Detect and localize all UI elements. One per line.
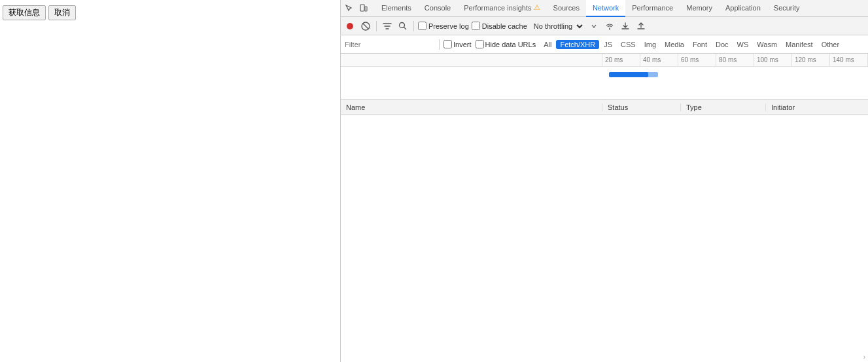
- throttle-arrow-icon[interactable]: [587, 20, 600, 33]
- svg-point-4: [400, 22, 405, 27]
- filter-type-font[interactable]: Font: [689, 40, 711, 49]
- search-button[interactable]: [396, 20, 409, 33]
- table-header: Name Status Type Initiator: [341, 100, 868, 115]
- tab-performance[interactable]: Performance: [625, 0, 680, 17]
- tab-security[interactable]: Security: [767, 0, 807, 17]
- import-har-button[interactable]: [619, 20, 632, 33]
- export-har-button[interactable]: [634, 20, 648, 33]
- invert-label[interactable]: Invert: [443, 40, 472, 48]
- tick-100ms: 100 ms: [754, 54, 792, 66]
- inspect-element-icon[interactable]: [343, 3, 355, 14]
- filter-type-doc[interactable]: Doc: [712, 40, 733, 49]
- filter-type-manifest[interactable]: Manifest: [782, 40, 817, 49]
- tab-application[interactable]: Application: [719, 0, 767, 17]
- col-type-header: Type: [681, 103, 766, 111]
- tick-40ms: 40 ms: [640, 54, 678, 66]
- throttle-select[interactable]: No throttling: [530, 21, 585, 31]
- tab-performance-insights[interactable]: Performance insights ⚠: [457, 0, 546, 17]
- filter-type-css[interactable]: CSS: [617, 40, 640, 49]
- tab-bar: Elements Console Performance insights ⚠ …: [341, 0, 868, 17]
- filter-type-buttons: All Fetch/XHR JS CSS Img Media Font Doc …: [540, 40, 843, 49]
- timeline-area: 20 ms 40 ms 60 ms 80 ms 100 ms 120 ms 14…: [341, 54, 868, 100]
- separator-2: [413, 21, 414, 31]
- filter-type-js[interactable]: JS: [600, 40, 616, 49]
- tick-140ms: 140 ms: [830, 54, 868, 66]
- resize-indicator: ›: [863, 353, 865, 361]
- clear-button[interactable]: [359, 20, 372, 33]
- network-conditions-button[interactable]: [603, 20, 616, 33]
- table-body: [341, 115, 868, 362]
- waterfall-bar-green: [638, 72, 658, 77]
- filter-type-fetch-xhr[interactable]: Fetch/XHR: [556, 40, 599, 49]
- tab-icon-group: [343, 3, 370, 14]
- filter-icon-button[interactable]: [381, 20, 394, 33]
- filter-type-ws[interactable]: WS: [733, 40, 753, 49]
- fetch-info-button[interactable]: 获取信息: [3, 5, 46, 20]
- tab-elements[interactable]: Elements: [375, 0, 418, 17]
- preserve-log-checkbox[interactable]: [418, 22, 426, 30]
- tab-console[interactable]: Console: [418, 0, 457, 17]
- filter-bar: Invert Hide data URLs All Fetch/XHR JS C…: [341, 35, 868, 54]
- invert-checkbox[interactable]: [443, 40, 452, 48]
- tab-network[interactable]: Network: [586, 0, 625, 17]
- tick-80ms: 80 ms: [716, 54, 754, 66]
- svg-rect-0: [360, 5, 364, 11]
- filter-input[interactable]: [345, 41, 435, 48]
- filter-type-img[interactable]: Img: [640, 40, 660, 49]
- col-name-header: Name: [341, 103, 602, 111]
- filter-type-all[interactable]: All: [540, 40, 555, 49]
- network-table[interactable]: Name Status Type Initiator: [341, 100, 868, 362]
- tick-60ms: 60 ms: [678, 54, 716, 66]
- timeline-body: [341, 67, 868, 100]
- network-toolbar: Preserve log Disable cache No throttling: [341, 17, 868, 35]
- col-status-header: Status: [602, 103, 681, 111]
- performance-insights-warning-icon: ⚠: [534, 3, 540, 12]
- preserve-log-label[interactable]: Preserve log: [418, 22, 469, 30]
- device-toolbar-icon[interactable]: [358, 3, 370, 14]
- filter-type-media[interactable]: Media: [661, 40, 688, 49]
- tick-20ms: 20 ms: [602, 54, 640, 66]
- tick-120ms: 120 ms: [792, 54, 830, 66]
- svg-line-5: [404, 27, 407, 29]
- separator-1: [376, 21, 377, 31]
- disable-cache-checkbox[interactable]: [472, 22, 480, 30]
- hide-data-urls-label[interactable]: Hide data URLs: [476, 40, 536, 48]
- filter-bar-separator: [439, 39, 440, 50]
- hide-data-urls-checkbox[interactable]: [476, 40, 484, 48]
- filter-type-other[interactable]: Other: [818, 40, 844, 49]
- timeline-ruler: 20 ms 40 ms 60 ms 80 ms 100 ms 120 ms 14…: [341, 54, 868, 67]
- svg-rect-1: [365, 7, 367, 11]
- tab-sources[interactable]: Sources: [547, 0, 586, 17]
- tab-memory[interactable]: Memory: [680, 0, 719, 17]
- col-initiator-header: Initiator: [766, 103, 868, 111]
- filter-type-wasm[interactable]: Wasm: [753, 40, 781, 49]
- cancel-button[interactable]: 取消: [48, 5, 76, 20]
- record-button[interactable]: [343, 20, 356, 33]
- page-controls: 获取信息 取消: [3, 5, 76, 20]
- svg-line-3: [363, 24, 368, 29]
- devtools-panel: Elements Console Performance insights ⚠ …: [340, 0, 868, 362]
- disable-cache-label[interactable]: Disable cache: [472, 22, 527, 30]
